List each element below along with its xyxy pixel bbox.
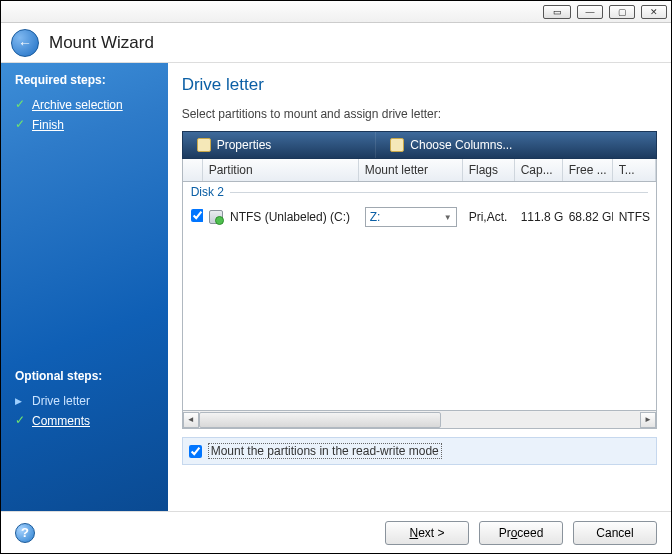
choose-columns-button[interactable]: Choose Columns... (375, 132, 526, 158)
row-free: 68.82 GB (563, 207, 613, 227)
read-write-row: Mount the partitions in the read-write m… (182, 437, 657, 465)
mount-letter-select[interactable]: Z: ▼ (365, 207, 457, 227)
maximize-button[interactable]: ▢ (609, 5, 635, 19)
scroll-track[interactable] (199, 412, 640, 428)
toolbar-label: Properties (217, 138, 272, 152)
optional-steps-label: Optional steps: (15, 369, 158, 383)
check-icon (15, 120, 26, 131)
titlebar: ▭ ― ▢ ✕ (1, 1, 671, 23)
row-capacity: 111.8 GB (515, 207, 563, 227)
dropdown-icon: ▼ (444, 213, 452, 222)
help-button[interactable]: ? (15, 523, 35, 543)
scroll-left-button[interactable]: ◄ (183, 412, 199, 428)
arrow-icon (15, 396, 26, 407)
grid-header: Partition Mount letter Flags Cap... Free… (183, 159, 656, 182)
row-flags: Pri,Act. (463, 207, 515, 227)
columns-icon (390, 138, 404, 152)
sidebar-item-label: Comments (32, 414, 90, 428)
col-flags[interactable]: Flags (463, 159, 515, 181)
row-checkbox[interactable] (191, 209, 203, 222)
wizard-header: ← Mount Wizard (1, 23, 671, 63)
page-subtitle: Select partitions to mount and assign dr… (182, 107, 657, 121)
toolbar-label: Choose Columns... (410, 138, 512, 152)
properties-button[interactable]: Properties (183, 132, 286, 158)
col-type[interactable]: T... (613, 159, 656, 181)
drive-icon (209, 210, 223, 224)
grid-body: Disk 2 NTFS (Unlabeled) (C:) Z: ▼ (183, 182, 656, 410)
next-button[interactable]: Next > (385, 521, 469, 545)
divider (230, 192, 648, 193)
col-partition[interactable]: Partition (203, 159, 359, 181)
col-free[interactable]: Free ... (563, 159, 613, 181)
mount-letter-value: Z: (370, 210, 381, 224)
sidebar-item-drive-letter[interactable]: Drive letter (15, 391, 158, 411)
sidebar-item-finish[interactable]: Finish (15, 115, 168, 135)
scroll-thumb[interactable] (199, 412, 442, 428)
read-write-checkbox[interactable] (189, 445, 202, 458)
read-write-label[interactable]: Mount the partitions in the read-write m… (208, 443, 442, 459)
horizontal-scrollbar[interactable]: ◄ ► (182, 411, 657, 429)
check-icon (15, 416, 26, 427)
sidebar-item-archive-selection[interactable]: Archive selection (15, 95, 168, 115)
back-arrow-icon: ← (18, 35, 32, 51)
sidebar-item-label: Finish (32, 118, 64, 132)
footer: ? Next > Proceed Cancel (1, 511, 671, 553)
properties-icon (197, 138, 211, 152)
sidebar-item-comments[interactable]: Comments (15, 411, 158, 431)
cancel-button[interactable]: Cancel (573, 521, 657, 545)
wizard-title: Mount Wizard (49, 33, 154, 53)
window-icon: ▭ (543, 5, 571, 19)
back-button[interactable]: ← (11, 29, 39, 57)
required-steps-label: Required steps: (15, 73, 168, 87)
disk-group-label: Disk 2 (191, 185, 224, 199)
sidebar-item-label: Archive selection (32, 98, 123, 112)
col-checkbox[interactable] (183, 159, 203, 181)
grid-toolbar: Properties Choose Columns... (182, 131, 657, 159)
check-icon (15, 100, 26, 111)
page-title: Drive letter (182, 75, 657, 95)
close-button[interactable]: ✕ (641, 5, 667, 19)
col-capacity[interactable]: Cap... (515, 159, 563, 181)
row-type: NTFS (613, 207, 656, 227)
proceed-button[interactable]: Proceed (479, 521, 563, 545)
sidebar: Required steps: Archive selection Finish… (1, 63, 168, 511)
minimize-button[interactable]: ― (577, 5, 603, 19)
partition-row[interactable]: NTFS (Unlabeled) (C:) Z: ▼ Pri,Act. 111.… (183, 202, 656, 232)
partition-grid: Partition Mount letter Flags Cap... Free… (182, 159, 657, 411)
scroll-right-button[interactable]: ► (640, 412, 656, 428)
col-mount-letter[interactable]: Mount letter (359, 159, 463, 181)
main-panel: Drive letter Select partitions to mount … (168, 63, 671, 511)
sidebar-item-label: Drive letter (32, 394, 90, 408)
disk-group-row: Disk 2 (183, 182, 656, 202)
partition-name: NTFS (Unlabeled) (C:) (230, 210, 350, 224)
